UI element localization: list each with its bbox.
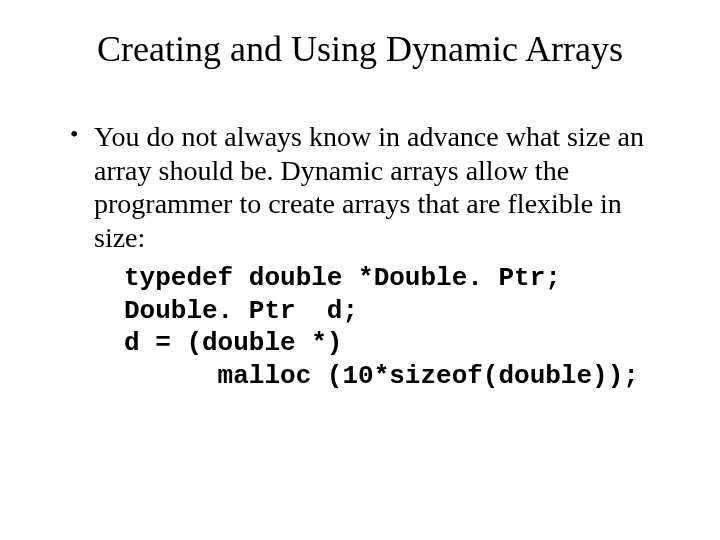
slide-title: Creating and Using Dynamic Arrays: [40, 28, 680, 70]
code-block: typedef double *Double. Ptr; Double. Ptr…: [124, 262, 670, 392]
code-line-3: d = (double *): [124, 328, 342, 358]
bullet-item: You do not always know in advance what s…: [70, 120, 670, 392]
bullet-text: You do not always know in advance what s…: [94, 121, 644, 253]
code-line-2: Double. Ptr d;: [124, 296, 358, 326]
bullet-list: You do not always know in advance what s…: [40, 120, 680, 392]
code-line-4: malloc (10*sizeof(double));: [124, 361, 639, 391]
slide: Creating and Using Dynamic Arrays You do…: [0, 0, 720, 540]
code-line-1: typedef double *Double. Ptr;: [124, 263, 561, 293]
